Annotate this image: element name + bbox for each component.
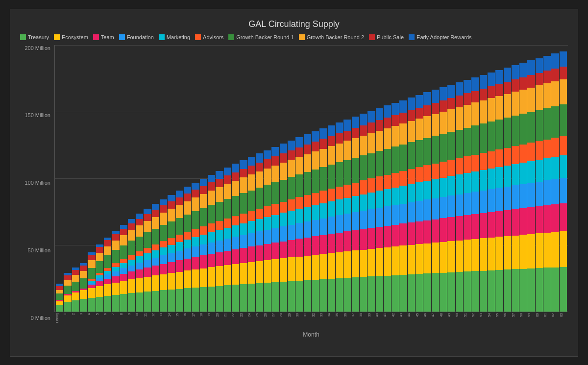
bar-segment — [504, 94, 511, 118]
bar-segment — [200, 255, 207, 268]
bar-segment — [343, 198, 351, 214]
bar-segment — [288, 211, 295, 224]
bar-segment — [416, 119, 423, 140]
bar-segment — [136, 263, 143, 269]
bar-segment — [240, 177, 247, 193]
bar-segment — [360, 250, 367, 277]
x-axis-label: 17 — [192, 313, 199, 317]
bar-segment — [319, 279, 327, 312]
bar-segment — [128, 255, 135, 260]
bar-segment — [160, 290, 167, 311]
bar-col — [440, 45, 447, 312]
bar-segment — [280, 242, 287, 259]
bar-segment — [152, 291, 159, 312]
bar-segment — [376, 120, 383, 131]
bar-segment — [176, 251, 183, 261]
bar-segment — [192, 229, 199, 237]
bar-segment — [128, 219, 135, 223]
bar-segment — [536, 160, 543, 182]
bar-segment — [96, 261, 103, 273]
x-axis-label: 24 — [247, 313, 255, 317]
bar-segment — [271, 182, 279, 204]
bar-segment — [471, 171, 479, 192]
bar-segment — [280, 163, 287, 180]
x-axis-label: 28 — [279, 313, 287, 317]
bar-segment — [96, 281, 103, 286]
bar-segment — [368, 178, 375, 193]
bar-segment — [288, 199, 295, 211]
bar-segment — [256, 209, 263, 219]
bar-segment — [480, 75, 487, 89]
bar-segment — [376, 276, 383, 311]
bar-col — [319, 45, 327, 312]
bar-segment — [168, 253, 175, 262]
bar-segment — [504, 210, 511, 236]
bar-segment — [128, 271, 135, 279]
bar-segment — [512, 269, 519, 311]
bar-segment — [248, 174, 255, 190]
bar-segment — [72, 270, 79, 275]
chart-container: GAL Circulating Supply TreasuryEcosystem… — [10, 9, 578, 357]
bar-segment — [248, 191, 255, 211]
bar-segment — [416, 140, 423, 167]
bar-segment — [343, 185, 351, 198]
bar-segment — [392, 115, 399, 126]
bar-segment — [551, 268, 559, 312]
bar-segment — [96, 247, 103, 253]
x-axis-label: 52 — [471, 313, 479, 317]
bar-segment — [184, 187, 191, 194]
bar-segment — [560, 104, 567, 136]
bar-segment — [471, 192, 479, 214]
bar-segment — [527, 60, 535, 75]
bar-segment — [423, 116, 431, 138]
bar-segment — [423, 92, 431, 105]
bar-segment — [312, 205, 319, 220]
bar-segment — [527, 268, 535, 312]
bar-segment — [64, 275, 71, 280]
x-axis-label: 23 — [240, 313, 247, 317]
legend-color-box — [93, 34, 99, 40]
legend-item: Ecosystem — [54, 34, 88, 40]
bar-col — [56, 45, 63, 312]
legend-item: Early Adopter Rewards — [409, 34, 472, 40]
bar-segment — [176, 218, 183, 235]
bar-col — [360, 45, 367, 312]
bar-segment — [392, 103, 399, 115]
bar-segment — [336, 278, 343, 312]
bar-segment — [192, 183, 199, 190]
x-axis-label: 58 — [519, 313, 527, 317]
bar-segment — [168, 262, 175, 273]
x-axis-label: 61 — [543, 313, 551, 317]
bar-segment — [384, 105, 391, 117]
bar-segment — [328, 279, 335, 312]
bar-segment — [471, 125, 479, 154]
bar-segment — [112, 271, 119, 276]
bar-segment — [399, 113, 407, 123]
bar-segment — [304, 172, 311, 195]
bar-col — [120, 45, 127, 312]
chart-area: 200 Million150 Million100 Million50 Mill… — [20, 45, 568, 338]
bar-segment — [271, 204, 279, 215]
bar-segment — [360, 114, 367, 125]
bar-segment — [495, 96, 503, 120]
bar-segment — [264, 244, 271, 260]
bar-segment — [295, 239, 303, 256]
bar-segment — [543, 158, 551, 181]
bar-segment — [256, 219, 263, 231]
bar-segment — [328, 136, 335, 146]
bar-col — [536, 45, 543, 312]
bar-segment — [144, 268, 151, 277]
bar-segment — [160, 274, 167, 291]
bar-segment — [184, 248, 191, 259]
bar-segment — [319, 139, 327, 148]
legend-label: Marketing — [167, 34, 190, 40]
legend-color-box — [119, 34, 125, 40]
bar-segment — [120, 235, 127, 245]
bar-segment — [392, 205, 399, 225]
bar-col — [168, 45, 175, 312]
bar-segment — [423, 243, 431, 273]
bar-segment — [128, 260, 135, 266]
bar-segment — [432, 136, 439, 163]
bar-segment — [240, 284, 247, 311]
bar-segment — [264, 150, 271, 160]
